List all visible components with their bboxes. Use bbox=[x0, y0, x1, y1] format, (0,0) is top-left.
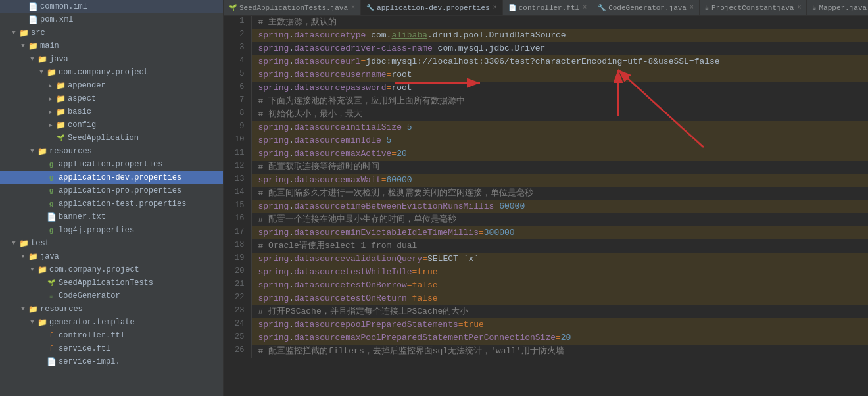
code-line: 19spring.datasourcevalidationQuery=SELEC… bbox=[224, 253, 868, 266]
code-line: 20spring.datasourcetestWhileIdle=true bbox=[224, 266, 868, 279]
tree-item-main[interactable]: ▼📁main bbox=[0, 39, 223, 53]
tree-label: service.ftl bbox=[59, 344, 110, 353]
tree-arrow: ▶ bbox=[46, 122, 55, 129]
tree-item-aspect[interactable]: ▶📁aspect bbox=[0, 92, 223, 105]
tab-controller-tab[interactable]: 📄controller.ftl× bbox=[503, 0, 592, 15]
tree-arrow: ▼ bbox=[9, 30, 18, 36]
file-icon: 🌱 bbox=[46, 278, 57, 287]
tab-label: ProjectConstantjava bbox=[711, 4, 794, 12]
file-icon: 📄 bbox=[28, 15, 38, 25]
tree-item-generator-template[interactable]: ▼📁generator.template bbox=[0, 316, 223, 329]
tree-label: application-dev.properties bbox=[59, 173, 181, 182]
file-icon: g bbox=[46, 199, 57, 209]
tree-arrow: ▼ bbox=[9, 240, 18, 247]
tree-item-common-iml[interactable]: 📄common.iml bbox=[0, 0, 223, 13]
line-number: 8 bbox=[224, 108, 251, 121]
tree-item-test-java[interactable]: ▼📁java bbox=[0, 250, 223, 263]
line-content: spring.datasourceminIdle=5 bbox=[251, 134, 868, 147]
tab-seed-app-tests-tab[interactable]: 🌱SeedApplicationTests.java× bbox=[224, 0, 361, 15]
tree-label: resources bbox=[40, 305, 83, 314]
code-line: 23# 打开PSCache，并且指定每个连接上PSCache的大小 bbox=[224, 305, 868, 318]
tree-item-application-properties[interactable]: gapplication.properties bbox=[0, 158, 223, 171]
tree-item-src[interactable]: ▼📁src bbox=[0, 26, 223, 39]
code-line: 7# 下面为连接池的补充设置，应用到上面所有数据源中 bbox=[224, 95, 868, 108]
tree-item-service-ftl[interactable]: fservice.ftl bbox=[0, 342, 223, 355]
code-line: 11spring.datasourcemaxActive=20 bbox=[224, 147, 868, 161]
tree-arrow: ▼ bbox=[28, 266, 37, 273]
code-line: 10spring.datasourceminIdle=5 bbox=[224, 134, 868, 147]
tab-close-button[interactable]: × bbox=[690, 4, 694, 11]
line-content: spring.datasourcemaxWait=60000 bbox=[251, 174, 868, 187]
line-content: spring.datasourcetimeBetweenEvictionRuns… bbox=[251, 200, 868, 213]
tree-item-appender[interactable]: ▶📁appender bbox=[0, 79, 223, 92]
file-icon: 📁 bbox=[55, 94, 66, 104]
tree-item-resources2[interactable]: ▼📁resources bbox=[0, 303, 223, 316]
tab-close-button[interactable]: × bbox=[797, 4, 801, 11]
line-content: # 下面为连接池的补充设置，应用到上面所有数据源中 bbox=[251, 95, 868, 108]
line-content: spring.datasourcemaxPoolPreparedStatemen… bbox=[251, 332, 868, 345]
tab-code-gen-tab[interactable]: 🔧CodeGenerator.java× bbox=[592, 0, 700, 15]
tab-icon: ☕ bbox=[812, 4, 816, 12]
file-icon: 📁 bbox=[55, 107, 66, 117]
tree-item-controller-ftl[interactable]: fcontroller.ftl bbox=[0, 329, 223, 342]
tree-label: common.iml bbox=[40, 2, 87, 11]
line-content: # 配置监控拦截的filters，去掉后监控界面sql无法统计，'wall'用于… bbox=[251, 345, 868, 358]
file-tree[interactable]: 📄common.iml📄pom.xml▼📁src▼📁main▼📁java▼📁co… bbox=[0, 0, 224, 396]
line-content: # 主数据源，默认的 bbox=[251, 16, 868, 29]
line-number: 11 bbox=[224, 147, 251, 161]
tab-close-button[interactable]: × bbox=[493, 4, 497, 11]
code-area[interactable]: 1# 主数据源，默认的2spring.datasourcetype=com.al… bbox=[224, 16, 868, 396]
tree-item-banner-txt[interactable]: 📄banner.txt bbox=[0, 210, 223, 224]
tree-item-test[interactable]: ▼📁test bbox=[0, 237, 223, 250]
tree-item-service-impl-ftl[interactable]: 📄service-impl. bbox=[0, 355, 223, 368]
file-icon: f bbox=[46, 331, 57, 340]
tree-item-resources[interactable]: ▼📁resources bbox=[0, 145, 223, 158]
code-line: 4spring.datasourceurl=jdbc:mysql://local… bbox=[224, 55, 868, 68]
line-number: 5 bbox=[224, 68, 251, 82]
tree-label: log4j.properties bbox=[59, 226, 134, 235]
file-icon: 📁 bbox=[37, 55, 47, 64]
line-number: 6 bbox=[224, 82, 251, 95]
tree-item-application-dev-properties[interactable]: gapplication-dev.properties bbox=[0, 171, 223, 184]
tree-item-basic[interactable]: ▶📁basic bbox=[0, 105, 223, 118]
tree-label: controller.ftl bbox=[59, 331, 125, 340]
tree-label: resources bbox=[49, 147, 92, 156]
line-number: 13 bbox=[224, 174, 251, 187]
tree-item-application-pro-properties[interactable]: gapplication-pro.properties bbox=[0, 184, 223, 197]
line-content: spring.datasourceurl=jdbc:mysql://localh… bbox=[251, 55, 868, 68]
tab-label: CodeGenerator.java bbox=[608, 4, 687, 12]
tree-item-log4j-properties[interactable]: glog4j.properties bbox=[0, 224, 223, 237]
file-icon: 📁 bbox=[28, 305, 38, 314]
tab-close-button[interactable]: × bbox=[583, 4, 587, 11]
tab-project-const-tab[interactable]: ☕ProjectConstantjava× bbox=[700, 0, 807, 15]
tab-bar[interactable]: 🌱SeedApplicationTests.java×🔧application-… bbox=[224, 0, 868, 16]
tree-item-seed-app-tests[interactable]: 🌱SeedApplicationTests bbox=[0, 276, 223, 289]
line-content: spring.datasourcetype=com.alibaba.druid.… bbox=[251, 29, 868, 42]
file-icon: 📁 bbox=[55, 81, 66, 91]
tree-item-code-generator[interactable]: ☕CodeGenerator bbox=[0, 289, 223, 303]
line-content: # 打开PSCache，并且指定每个连接上PSCache的大小 bbox=[251, 305, 868, 318]
tree-label: java bbox=[40, 252, 59, 261]
tree-label: src bbox=[31, 28, 45, 37]
tree-item-seed-application[interactable]: 🌱SeedApplication bbox=[0, 132, 223, 145]
tab-app-dev-tab[interactable]: 🔧application-dev.properties× bbox=[361, 0, 503, 15]
tree-item-test-com-company[interactable]: ▼📁com.company.project bbox=[0, 263, 223, 276]
line-content: # 配置一个连接在池中最小生存的时间，单位是毫秒 bbox=[251, 213, 868, 226]
tree-label: pom.xml bbox=[40, 15, 73, 24]
tree-item-config[interactable]: ▶📁config bbox=[0, 118, 223, 132]
tab-close-button[interactable]: × bbox=[351, 4, 355, 11]
tab-mapper-tab[interactable]: ☕Mapper.java× bbox=[807, 0, 868, 15]
tree-item-java[interactable]: ▼📁java bbox=[0, 53, 223, 66]
tree-label: service-impl. bbox=[59, 357, 120, 366]
tree-arrow: ▼ bbox=[28, 319, 37, 326]
code-line: 16# 配置一个连接在池中最小生存的时间，单位是毫秒 bbox=[224, 213, 868, 226]
tree-label: com.company.project bbox=[59, 68, 149, 77]
tree-item-com-company-project[interactable]: ▼📁com.company.project bbox=[0, 66, 223, 79]
tree-label: com.company.project bbox=[49, 265, 139, 274]
tree-item-application-test-properties[interactable]: gapplication-test.properties bbox=[0, 197, 223, 210]
tree-item-pom-xml[interactable]: 📄pom.xml bbox=[0, 13, 223, 26]
line-number: 12 bbox=[224, 161, 251, 174]
line-content: # 配置获取连接等待超时的时间 bbox=[251, 161, 868, 174]
file-icon: 📁 bbox=[28, 41, 38, 51]
line-number: 19 bbox=[224, 253, 251, 266]
